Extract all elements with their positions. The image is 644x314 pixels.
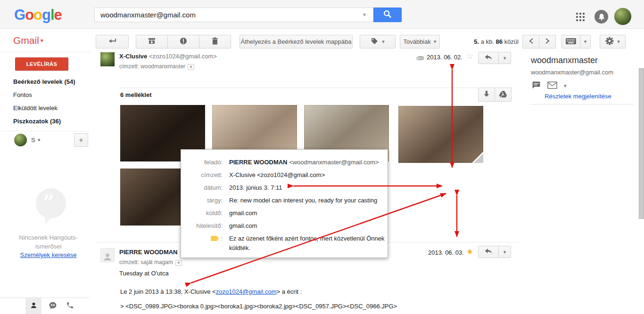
reply-button[interactable] <box>478 52 499 64</box>
top-bar: Google ▾ <box>0 0 644 29</box>
save-to-drive-button[interactable] <box>495 88 512 102</box>
back-to-inbox-button[interactable] <box>96 35 129 48</box>
attachment-thumbnail[interactable] <box>398 106 483 163</box>
older-conversation-button[interactable] <box>539 35 556 48</box>
reply-arrow-icon <box>485 54 492 62</box>
sidebar-item-inbox[interactable]: Beérkező levelek (54) <box>13 75 75 89</box>
email-envelope-icon[interactable] <box>547 81 557 90</box>
person-icon <box>102 251 113 262</box>
sender-avatar-placeholder[interactable] <box>100 248 115 262</box>
details-row-to: címzett: X-Clusive <zozo1024@gmail.com> <box>181 169 388 181</box>
caret-down-icon[interactable]: ▾ <box>38 137 41 143</box>
gmail-app: Google ▾ Gmail▾ Áthelyezés a Beérkező le <box>0 0 644 314</box>
profile-divider <box>531 104 634 105</box>
hangouts-quote-icon: ” <box>43 191 54 214</box>
add-contact-button[interactable]: + <box>74 133 88 147</box>
sender-name[interactable]: PIERRE WOODMAN <box>119 249 178 256</box>
profile-actions: ▾ <box>532 81 567 90</box>
gmail-logo-menu[interactable]: Gmail▾ <box>13 35 43 46</box>
logo-letter: l <box>50 7 54 23</box>
sidebar-divider <box>0 131 90 131</box>
notifications-bell-icon[interactable] <box>594 10 608 24</box>
logo-letter: o <box>33 7 42 23</box>
attachment-paperclip-icon <box>416 55 424 62</box>
archive-button[interactable] <box>136 35 168 48</box>
download-icon <box>483 90 490 99</box>
sidebar-item-sent[interactable]: Elküldött levelek <box>13 102 58 115</box>
download-all-button[interactable] <box>478 88 495 102</box>
details-row-from: feladó: PIERRE WOODMAN <woodmanxmaster@g… <box>181 156 388 169</box>
input-tools-caret-button[interactable]: ▾ <box>580 35 591 48</box>
details-row-subject: tárgy: Re: new model can interest you, r… <box>181 194 388 207</box>
sidebar-top-divider <box>0 52 90 52</box>
quote-prefix: Le 2 juin 2013 à 13:38, X-Clusive < <box>120 288 216 295</box>
hangouts-bubble-icon <box>49 301 57 311</box>
email1-date: 2013. 06. 02. <box>427 54 462 61</box>
show-details-caret-icon[interactable]: ▾ <box>188 64 194 70</box>
hangouts-tab[interactable] <box>45 298 61 314</box>
caret-down-icon: ▾ <box>584 39 587 45</box>
search-people-link[interactable]: Személyek keresése <box>0 251 97 258</box>
more-message-options-button[interactable]: ▾ <box>498 52 511 64</box>
logo-letter: G <box>14 7 25 23</box>
newer-conversation-button[interactable] <box>522 35 539 48</box>
scrollbar-thumb[interactable] <box>639 68 644 219</box>
show-details-caret-icon[interactable]: ▾ <box>175 260 182 266</box>
attachments-divider <box>120 88 512 88</box>
search-input[interactable] <box>94 8 373 22</box>
search-button[interactable] <box>373 8 402 22</box>
quote-suffix: > a écrit : <box>277 288 302 295</box>
email2-star-icon[interactable]: ★ <box>466 248 473 256</box>
email1-star-icon[interactable]: ☆ <box>466 52 473 60</box>
details-row-signed-by: hitelesítő: gmail.com <box>181 219 388 232</box>
plus-icon: + <box>79 136 83 145</box>
report-spam-button[interactable] <box>167 35 199 48</box>
details-row-importance: : Ez az üzenet főként azért fontos, mert… <box>181 232 388 253</box>
hangouts-empty-text: Nincsenek Hangouts- <box>0 234 97 241</box>
more-button-label: Továbbiak <box>403 38 431 45</box>
chat-self-avatar[interactable] <box>14 134 27 146</box>
caret-down-icon: ▾ <box>434 39 437 45</box>
phone-tab[interactable] <box>62 298 78 314</box>
show-details-link[interactable]: Részletek megjelenítése <box>526 93 630 100</box>
details-label: tárgy: <box>181 196 223 207</box>
sidebar-item-drafts[interactable]: Piszkozatok (36) <box>13 115 61 128</box>
attachments-count-label: 6 melléklet <box>120 91 152 98</box>
caret-down-icon: ▾ <box>504 249 506 255</box>
contacts-tab[interactable] <box>25 298 41 314</box>
gmail-logo-label: Gmail <box>13 35 39 46</box>
search-options-caret-icon[interactable]: ▾ <box>363 11 366 18</box>
email2-from-line: PIERRE WOODMAN <box>119 249 178 256</box>
delete-button[interactable] <box>199 35 231 48</box>
move-to-inbox-button[interactable]: Áthelyezés a Beérkező levelek mappába <box>239 35 353 48</box>
reply-button[interactable] <box>478 246 499 258</box>
input-tools-button[interactable] <box>561 35 580 48</box>
importance-marker-icon <box>211 236 219 241</box>
apps-grid-icon[interactable] <box>576 13 585 22</box>
chat-icon[interactable] <box>532 81 541 90</box>
sender-email-link[interactable]: zozo1024@gmail.com <box>216 288 277 295</box>
email2-to-line: címzett: saját magam▾ <box>119 259 182 266</box>
sidebar-item-important[interactable]: Fontos <box>13 89 32 102</box>
chat-self-name[interactable]: S <box>31 137 35 144</box>
trash-icon <box>212 37 218 46</box>
phone-icon <box>66 301 74 311</box>
label-tag-icon <box>371 37 378 46</box>
reply-arrow-icon <box>485 248 492 256</box>
email2-snippet: Tuesday at O'utca <box>119 270 169 277</box>
logo-letter: e <box>54 7 62 23</box>
caret-down-icon[interactable]: ▾ <box>564 83 567 89</box>
labels-button[interactable]: ▾ <box>360 35 396 48</box>
details-label: hitelesítő: <box>181 221 223 232</box>
importance-note: Ez az üzenet főként azért fontos, mert k… <box>223 234 385 253</box>
more-button[interactable]: Továbbiak ▾ <box>400 35 440 48</box>
compose-button[interactable]: LEVÉLÍRÁS <box>15 57 68 71</box>
account-avatar[interactable] <box>614 8 631 25</box>
sender-avatar[interactable] <box>100 52 115 66</box>
gear-icon <box>605 37 614 47</box>
more-message-options-button[interactable]: ▾ <box>498 246 511 258</box>
google-logo[interactable]: Google <box>14 7 62 24</box>
settings-button[interactable]: ▾ <box>600 35 626 48</box>
email2-date: 2013. 06. 03. <box>428 249 464 256</box>
sender-name[interactable]: X-Clusive <box>119 53 147 60</box>
